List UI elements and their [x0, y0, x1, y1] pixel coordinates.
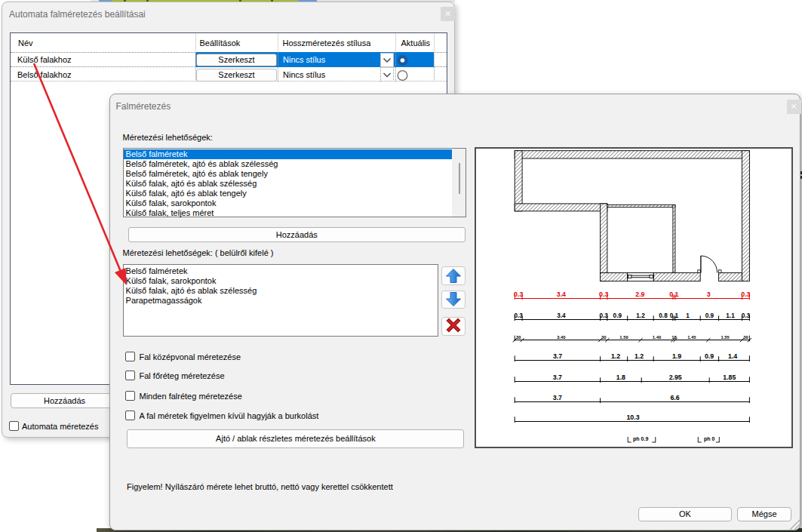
svg-text:3.4: 3.4 [557, 291, 566, 298]
svg-text:6.6: 6.6 [670, 394, 679, 401]
svg-text:10.3: 10.3 [626, 414, 639, 421]
svg-text:3.40: 3.40 [557, 335, 565, 340]
svg-text:0.9: 0.9 [705, 312, 714, 319]
svg-text:0.3: 0.3 [742, 312, 751, 319]
svg-text:0,1: 0,1 [669, 291, 678, 298]
svg-text:3.7: 3.7 [553, 394, 562, 401]
svg-text:0.9: 0.9 [613, 312, 622, 319]
svg-text:2.95: 2.95 [669, 374, 682, 381]
svg-text:0.3: 0.3 [599, 291, 608, 298]
svg-text:1.2: 1.2 [611, 352, 620, 360]
svg-text:2.9: 2.9 [635, 291, 644, 298]
svg-text:1.8: 1.8 [616, 374, 625, 381]
svg-text:30: 30 [743, 335, 748, 340]
svg-text:0.3: 0.3 [514, 291, 523, 298]
svg-text:1.55: 1.55 [721, 335, 730, 340]
svg-text:30: 30 [516, 335, 521, 340]
svg-text:1.2: 1.2 [636, 312, 645, 319]
svg-text:3.4: 3.4 [557, 312, 566, 319]
svg-text:1.1: 1.1 [726, 312, 735, 319]
svg-text:3: 3 [707, 291, 711, 298]
svg-text:30: 30 [601, 335, 606, 340]
svg-text:0,1: 0,1 [670, 312, 679, 319]
svg-text:0.3: 0.3 [515, 312, 524, 319]
svg-text:18: 18 [671, 335, 677, 340]
svg-text:ph 0: ph 0 [704, 436, 714, 442]
svg-text:0.3: 0.3 [600, 312, 609, 319]
svg-text:3.7: 3.7 [553, 374, 562, 381]
svg-text:1.85: 1.85 [723, 374, 736, 381]
svg-text:ph 0.9: ph 0.9 [633, 436, 648, 442]
svg-text:1.50: 1.50 [619, 335, 628, 340]
svg-text:1.2: 1.2 [635, 352, 644, 360]
svg-text:0.3: 0.3 [741, 291, 750, 298]
svg-text:0.9: 0.9 [705, 352, 714, 360]
svg-text:1.40: 1.40 [653, 335, 661, 340]
svg-text:1.45: 1.45 [687, 335, 696, 340]
svg-text:0.8: 0.8 [659, 312, 668, 319]
svg-text:1.9: 1.9 [672, 352, 681, 360]
svg-text:1: 1 [686, 312, 690, 319]
svg-text:1.4: 1.4 [728, 352, 737, 360]
svg-text:3.7: 3.7 [553, 352, 562, 360]
